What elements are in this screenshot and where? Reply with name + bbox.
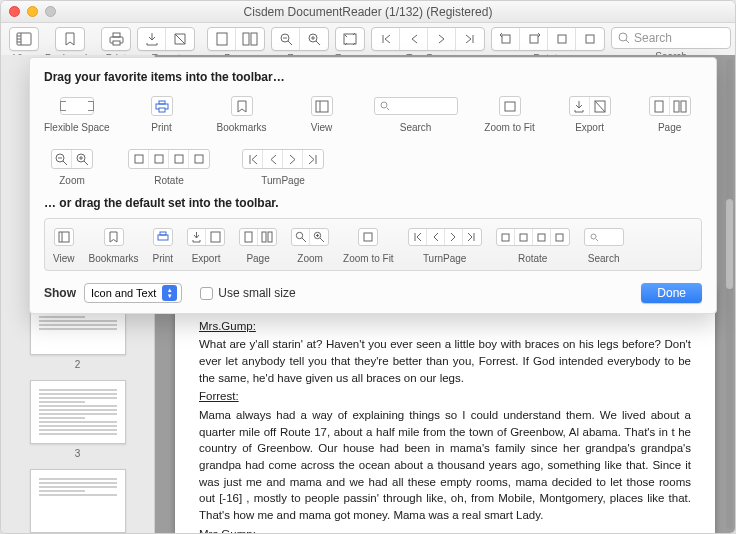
palette-rotate[interactable]: Rotate (124, 147, 214, 186)
palette-zoom[interactable]: Zoom (44, 147, 100, 186)
d-zoomout-icon (292, 229, 310, 245)
sheet-footer: Show Icon and Text ▲▼ Use small size Don… (44, 283, 702, 303)
svg-line-68 (596, 239, 598, 241)
show-label: Show (44, 286, 76, 300)
rotate-icon-3 (169, 150, 189, 168)
sheet-subheading: … or drag the default set into the toolb… (44, 196, 702, 210)
svg-rect-9 (243, 33, 249, 45)
thumbnail-page-4[interactable] (30, 469, 126, 533)
vertical-scrollbar[interactable] (726, 59, 733, 529)
zoom-out-button[interactable] (272, 28, 300, 50)
svg-rect-47 (195, 155, 203, 163)
doc-l2: What are y'all starin' at? Haven't you e… (199, 336, 691, 386)
search-icon (374, 97, 458, 115)
svg-rect-63 (502, 234, 509, 241)
svg-rect-46 (175, 155, 183, 163)
svg-point-56 (296, 232, 302, 238)
page-last-button[interactable] (456, 28, 484, 50)
svg-rect-10 (251, 33, 257, 45)
svg-rect-55 (268, 232, 272, 242)
export-down-icon (570, 97, 590, 115)
palette-turnpage[interactable]: TurnPage (238, 147, 328, 186)
last-page-icon (303, 150, 323, 168)
svg-line-24 (626, 40, 629, 43)
svg-rect-45 (155, 155, 163, 163)
rotate-ccw-icon (129, 150, 149, 168)
toolbar-palette: Flexible Space Print Bookmarks View Sear… (44, 94, 702, 186)
d-zoomfit-icon (359, 229, 377, 245)
palette-view[interactable]: View (294, 94, 350, 133)
svg-point-23 (619, 33, 627, 41)
svg-rect-52 (211, 232, 220, 242)
show-mode-select[interactable]: Icon and Text ▲▼ (84, 283, 182, 303)
d-export-icon (188, 229, 206, 245)
svg-rect-32 (505, 102, 515, 111)
svg-rect-53 (245, 232, 252, 242)
svg-rect-7 (113, 41, 120, 45)
thumbnail-page-3[interactable] (30, 380, 126, 444)
zoom-in-icon (72, 150, 92, 168)
palette-flexible-space[interactable]: Flexible Space (44, 94, 110, 133)
print-button[interactable] (102, 28, 130, 50)
select-arrows-icon: ▲▼ (162, 285, 177, 301)
svg-rect-8 (217, 33, 227, 45)
svg-rect-27 (159, 108, 165, 112)
sheet-heading: Drag your favorite items into the toolba… (44, 70, 702, 84)
default-toolbar-set[interactable]: View Bookmarks Print Export Page Zoom Zo… (44, 218, 702, 271)
rotate-cw-icon (149, 150, 169, 168)
search-placeholder: Search (634, 31, 672, 45)
doc-l3: Forrest: (199, 390, 239, 402)
palette-page[interactable]: Page (642, 94, 698, 133)
export-download-button[interactable] (138, 28, 166, 50)
d-print-icon (154, 229, 172, 245)
view-icon (312, 97, 332, 115)
rotate-ccw2-button[interactable] (548, 28, 576, 50)
svg-rect-35 (674, 101, 679, 112)
zoom-in-button[interactable] (300, 28, 328, 50)
bookmarks-button[interactable] (56, 28, 84, 50)
rotate-ccw-button[interactable] (492, 28, 520, 50)
palette-export[interactable]: Export (562, 94, 618, 133)
customize-toolbar-sheet: Drag your favorite items into the toolba… (29, 57, 717, 314)
first-page-icon (243, 150, 263, 168)
page-double-button[interactable] (236, 28, 264, 50)
search-field[interactable]: Search (611, 27, 731, 49)
page-prev-button[interactable] (400, 28, 428, 50)
search-icon (618, 32, 630, 44)
svg-rect-20 (530, 35, 538, 43)
scrollbar-thumb[interactable] (726, 199, 733, 289)
svg-rect-21 (558, 35, 566, 43)
zoom-fit-button[interactable] (336, 28, 364, 50)
svg-rect-54 (262, 232, 266, 242)
page-first-button[interactable] (372, 28, 400, 50)
export-share-button[interactable] (166, 28, 194, 50)
palette-zoom-fit[interactable]: Zoom to Fit (482, 94, 538, 133)
view-button[interactable] (10, 28, 38, 50)
page-next-button[interactable] (428, 28, 456, 50)
svg-rect-19 (502, 35, 510, 43)
bookmark-icon (232, 97, 252, 115)
svg-rect-48 (59, 232, 69, 242)
svg-point-30 (381, 102, 387, 108)
palette-print[interactable]: Print (134, 94, 190, 133)
svg-rect-44 (135, 155, 143, 163)
svg-rect-65 (538, 234, 545, 241)
svg-rect-22 (586, 35, 594, 43)
prev-page-icon (263, 150, 283, 168)
page-single-button[interactable] (208, 28, 236, 50)
svg-rect-28 (316, 101, 328, 112)
svg-line-43 (84, 161, 88, 165)
svg-rect-66 (556, 234, 563, 241)
done-button[interactable]: Done (641, 283, 702, 303)
svg-line-57 (302, 238, 306, 242)
palette-search[interactable]: Search (374, 94, 458, 133)
thumb-3-num: 3 (75, 448, 81, 459)
palette-bookmarks[interactable]: Bookmarks (214, 94, 270, 133)
rotate-cw2-button[interactable] (576, 28, 604, 50)
rotate-cw-button[interactable] (520, 28, 548, 50)
thumb-2-num: 2 (75, 359, 81, 370)
zoom-fit-icon (500, 97, 520, 115)
svg-rect-51 (158, 235, 168, 240)
use-small-size-checkbox[interactable]: Use small size (200, 286, 295, 300)
svg-line-61 (320, 238, 324, 242)
